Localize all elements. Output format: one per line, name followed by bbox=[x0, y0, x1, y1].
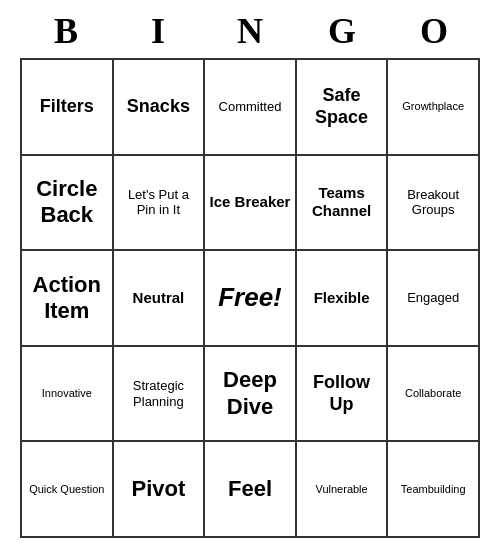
bingo-cell: Flexible bbox=[297, 251, 389, 347]
bingo-grid: FiltersSnacksCommittedSafe SpaceGrowthpl… bbox=[20, 58, 480, 538]
bingo-cell: Free! bbox=[205, 251, 297, 347]
bingo-cell: Innovative bbox=[22, 347, 114, 443]
bingo-cell: Vulnerable bbox=[297, 442, 389, 538]
bingo-cell: Snacks bbox=[114, 60, 206, 156]
bingo-cell: Deep Dive bbox=[205, 347, 297, 443]
header-letter: G bbox=[296, 10, 388, 52]
bingo-cell: Teams Channel bbox=[297, 156, 389, 252]
header-letter: N bbox=[204, 10, 296, 52]
bingo-header: BINGO bbox=[20, 0, 480, 58]
bingo-cell: Pivot bbox=[114, 442, 206, 538]
bingo-cell: Strategic Planning bbox=[114, 347, 206, 443]
bingo-cell: Follow Up bbox=[297, 347, 389, 443]
bingo-cell: Teambuilding bbox=[388, 442, 480, 538]
bingo-cell: Filters bbox=[22, 60, 114, 156]
bingo-cell: Quick Question bbox=[22, 442, 114, 538]
bingo-cell: Action Item bbox=[22, 251, 114, 347]
bingo-cell: Circle Back bbox=[22, 156, 114, 252]
bingo-cell: Growthplace bbox=[388, 60, 480, 156]
header-letter: O bbox=[388, 10, 480, 52]
bingo-cell: Ice Breaker bbox=[205, 156, 297, 252]
bingo-cell: Feel bbox=[205, 442, 297, 538]
bingo-cell: Engaged bbox=[388, 251, 480, 347]
bingo-cell: Breakout Groups bbox=[388, 156, 480, 252]
bingo-cell: Neutral bbox=[114, 251, 206, 347]
header-letter: I bbox=[112, 10, 204, 52]
header-letter: B bbox=[20, 10, 112, 52]
bingo-cell: Let's Put a Pin in It bbox=[114, 156, 206, 252]
bingo-cell: Committed bbox=[205, 60, 297, 156]
bingo-cell: Safe Space bbox=[297, 60, 389, 156]
bingo-cell: Collaborate bbox=[388, 347, 480, 443]
